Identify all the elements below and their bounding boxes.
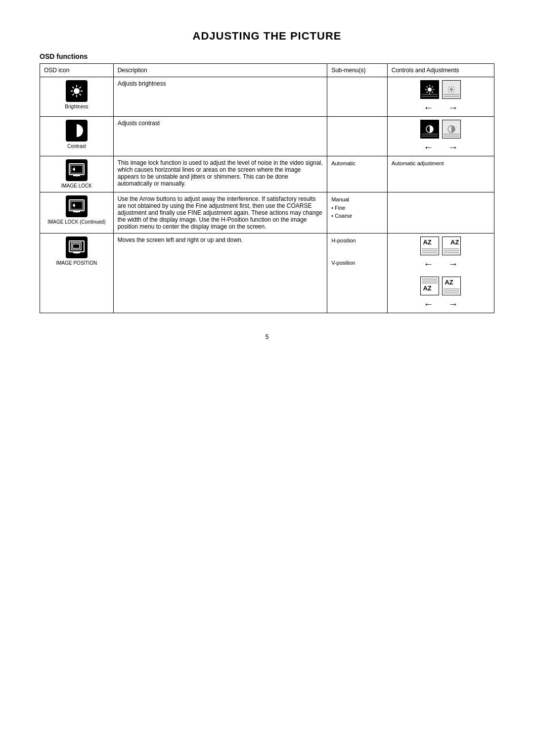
imageposition-label: IMAGE POSITION: [56, 260, 97, 266]
h-position-label: H-position: [331, 236, 383, 245]
section-title: OSD functions: [40, 52, 494, 60]
imagelock2-controls: [387, 192, 494, 234]
az-shifted-down-lines: [422, 279, 438, 284]
svg-point-0: [74, 88, 80, 94]
svg-line-6: [79, 94, 81, 95]
coarse-label: • Coarse: [331, 212, 383, 220]
brightness-svg: [70, 84, 84, 98]
az-normal-bottom-lines: [444, 288, 459, 293]
az-shifted-right-icon: AZ: [442, 236, 461, 255]
col-header-icon: OSD icon: [40, 64, 114, 77]
manual-label: Manual: [331, 195, 383, 204]
contrast-icon-cell: Contrast: [40, 117, 114, 156]
contrast-low-lines: [444, 134, 459, 137]
svg-line-24: [453, 92, 454, 93]
brightness-high-svg: [425, 85, 435, 94]
table-row: IMAGE LOCK (Continued) Use the Arrow but…: [40, 192, 494, 234]
left-arrow: ←: [423, 142, 433, 153]
left-arrow: ←: [423, 102, 433, 113]
v-position-icons: AZ AZ: [420, 277, 461, 295]
right-arrow: →: [448, 258, 458, 270]
contrast-high-icon: [420, 120, 439, 139]
svg-line-25: [453, 87, 454, 88]
right-arrow: →: [448, 102, 458, 113]
contrast-arrows: ← →: [423, 142, 458, 153]
imagelock-label: IMAGE LOCK: [61, 183, 92, 189]
svg-line-26: [449, 92, 450, 93]
brightness-high-lines: [422, 94, 438, 97]
v-position-arrows: ← →: [423, 298, 458, 310]
page-number: 5: [40, 333, 494, 340]
imagelock-submenu: Automatic: [327, 156, 388, 192]
imagelock-icon-cell: IMAGE LOCK: [40, 156, 114, 192]
imagelock-desc: This image lock function is used to adju…: [113, 156, 327, 192]
h-position-arrows: ← →: [423, 258, 458, 270]
svg-line-15: [432, 92, 433, 93]
svg-line-14: [427, 87, 428, 88]
imagelock2-submenu: Manual • Fine • Coarse: [327, 192, 388, 234]
az-shifted-down-icon: AZ: [420, 277, 439, 295]
contrast-label: Contrast: [67, 143, 86, 149]
az-shifted-right-lines: [444, 248, 459, 253]
svg-line-8: [72, 94, 74, 95]
h-position-icons: AZ AZ: [420, 236, 461, 255]
brightness-submenu: [327, 77, 388, 117]
v-position-label: V-position: [331, 259, 383, 267]
brightness-label: Brightness: [65, 104, 88, 110]
imagelock2-osd-icon: [66, 195, 88, 217]
contrast-high-lines: [422, 134, 438, 137]
brightness-icon-cell: Brightness: [40, 77, 114, 117]
brightness-high-icon: [420, 80, 439, 99]
col-header-desc: Description: [113, 64, 327, 77]
contrast-controls: ← →: [387, 117, 494, 156]
svg-line-17: [427, 92, 428, 93]
imageposition-osd-icon: [66, 236, 88, 258]
imageposition-submenu: H-position V-position: [327, 234, 388, 313]
imageposition-controls: AZ AZ: [387, 234, 494, 313]
fine-label: • Fine: [331, 204, 383, 212]
right-arrow: →: [448, 298, 458, 310]
contrast-osd-icon: [66, 120, 88, 142]
svg-point-18: [450, 88, 453, 91]
brightness-osd-icon: [66, 80, 88, 102]
page-title: ADJUSTING THE PICTURE: [40, 30, 494, 43]
az-normal-lines: [422, 248, 438, 253]
imagelock-osd-icon: [66, 159, 88, 181]
table-row: Brightness Adjusts brightness: [40, 77, 494, 117]
contrast-high-svg: [424, 124, 435, 135]
imagelock-svg: [68, 163, 85, 178]
brightness-arrows: ← →: [423, 102, 458, 113]
imageposition-icon-cell: IMAGE POSITION: [40, 234, 114, 313]
brightness-controls: ← →: [387, 77, 494, 117]
contrast-submenu: [327, 117, 388, 156]
imagelock2-icon-cell: IMAGE LOCK (Continued): [40, 192, 114, 234]
brightness-low-svg: [447, 85, 456, 94]
table-row: Contrast Adjusts contrast: [40, 117, 494, 156]
imagelock-auto-note: Automatic adjustment: [392, 160, 444, 166]
svg-line-16: [432, 87, 433, 88]
imagelock2-desc: Use the Arrow buttons to adjust away the…: [113, 192, 327, 234]
brightness-low-icon: [442, 80, 461, 99]
imageposition-desc: Moves the screen left and right or up an…: [113, 234, 327, 313]
imagelock2-svg: [68, 199, 85, 214]
svg-rect-39: [73, 244, 80, 248]
imagelock-controls: Automatic adjustment: [387, 156, 494, 192]
svg-line-23: [449, 87, 450, 88]
brightness-desc: Adjusts brightness: [113, 77, 327, 117]
svg-line-7: [79, 87, 81, 89]
az-normal-bottom-icon: AZ: [442, 277, 461, 295]
az-normal-icon: AZ: [420, 236, 439, 255]
left-arrow: ←: [423, 298, 433, 310]
contrast-low-svg: [446, 124, 457, 135]
contrast-low-icon: [442, 120, 461, 139]
imageposition-svg: [68, 240, 85, 255]
contrast-circle: [69, 123, 84, 138]
osd-functions-table: OSD icon Description Sub-menu(s) Control…: [40, 63, 494, 313]
right-arrow: →: [448, 142, 458, 153]
table-row: IMAGE LOCK This image lock function is u…: [40, 156, 494, 192]
svg-line-5: [72, 87, 74, 89]
col-header-sub: Sub-menu(s): [327, 64, 388, 77]
col-header-ctrl: Controls and Adjustments: [387, 64, 494, 77]
table-row: IMAGE POSITION Moves the screen left and…: [40, 234, 494, 313]
contrast-desc: Adjusts contrast: [113, 117, 327, 156]
